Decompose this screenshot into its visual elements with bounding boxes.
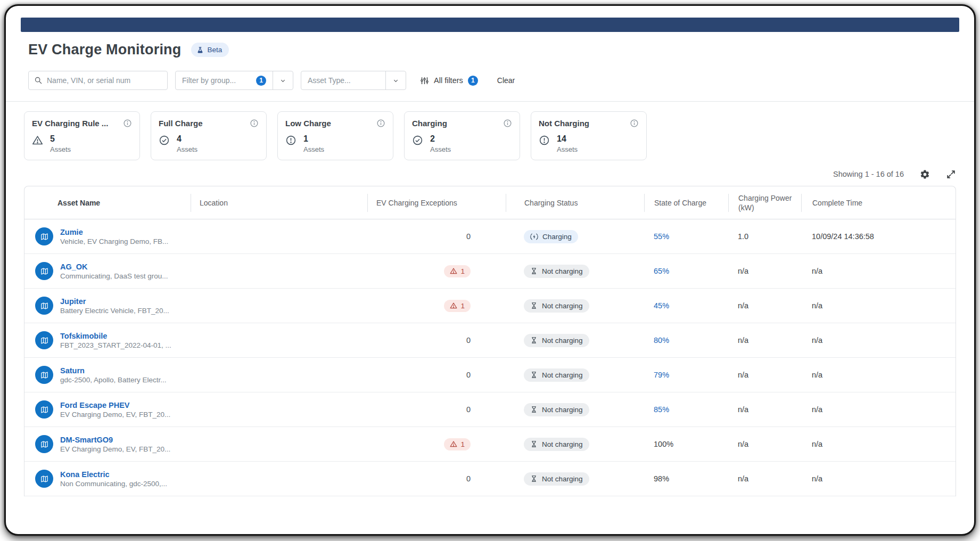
state-of-charge-value[interactable]: 79%	[654, 371, 669, 379]
chevron-down-icon	[279, 77, 286, 84]
asset-subtitle: Vehicle, EV Charging Demo, FB...	[60, 237, 168, 245]
summary-card-title: Full Charge	[159, 119, 203, 128]
chevron-down-icon	[392, 77, 399, 84]
group-select-toggle[interactable]	[273, 71, 293, 89]
info-icon[interactable]	[503, 119, 512, 128]
asset-name-link[interactable]: Zumie	[60, 228, 83, 236]
state-of-charge-value[interactable]: 100%	[654, 440, 673, 448]
map-icon	[40, 336, 49, 345]
summary-card-title: Not Charging	[539, 119, 589, 128]
map-icon	[40, 440, 49, 449]
table-row[interactable]: DM-SmartGO9 EV Charging Demo, EV, FBT_20…	[24, 427, 956, 462]
charging-status-label: Not charging	[542, 475, 583, 483]
search-input[interactable]	[47, 76, 162, 85]
section-divider	[6, 101, 974, 102]
asset-name-link[interactable]: Tofskimobile	[60, 332, 107, 340]
column-header-charging-status[interactable]: Charging Status	[506, 194, 644, 212]
exception-alert-badge[interactable]: 1	[444, 438, 471, 450]
table-header-row: Asset Name Location EV Charging Exceptio…	[24, 186, 956, 219]
warning-triangle-icon	[450, 302, 457, 309]
summary-card[interactable]: Not Charging 14 Assets	[531, 111, 647, 160]
asset-subtitle: Battery Electric Vehicle, FBT_20...	[60, 307, 169, 315]
summary-card-value: 5	[50, 134, 71, 144]
table-row[interactable]: Zumie Vehicle, EV Charging Demo, FB... 0…	[24, 219, 956, 254]
exceptions-count: 0	[466, 232, 471, 241]
group-filter-count-badge: 1	[256, 76, 266, 86]
asset-name-link[interactable]: Kona Electric	[60, 470, 110, 479]
asset-type-select[interactable]: Asset Type...	[301, 71, 406, 90]
column-header-asset-name[interactable]: Asset Name	[24, 194, 191, 212]
exceptions-cell: 1	[367, 300, 506, 312]
summary-card-unit: Assets	[557, 145, 578, 153]
beta-badge: Beta	[191, 43, 229, 57]
page-title: EV Charge Monitoring	[28, 42, 182, 58]
asset-avatar	[35, 400, 53, 419]
exception-alert-badge[interactable]: 1	[444, 300, 471, 312]
column-header-state-of-charge[interactable]: State of Charge	[644, 194, 728, 212]
summary-card-title: Charging	[412, 119, 447, 128]
charging-power-value: 1.0	[728, 232, 801, 241]
table-row[interactable]: AG_OK Communicating, DaaS test grou... 1…	[24, 254, 956, 289]
filter-by-group-placeholder: Filter by group...	[182, 76, 236, 85]
all-filters-button[interactable]: All filters 1	[420, 76, 478, 86]
column-header-charging-power[interactable]: Charging Power (kW)	[728, 194, 792, 212]
table-row[interactable]: Jupiter Battery Electric Vehicle, FBT_20…	[24, 289, 956, 323]
state-of-charge-value[interactable]: 45%	[654, 301, 669, 310]
hourglass-icon	[530, 302, 538, 309]
filter-by-group-select[interactable]: Filter by group... 1	[175, 71, 293, 90]
warning-triangle-icon	[450, 267, 457, 275]
exceptions-cell: 0	[367, 474, 506, 483]
complete-time-value: 10/09/24 14:36:58	[801, 232, 956, 241]
charging-status-chip: Not charging	[524, 299, 589, 313]
map-icon	[40, 301, 49, 310]
table-controls: Showing 1 - 16 of 16	[24, 163, 956, 185]
info-icon[interactable]	[250, 119, 259, 128]
exceptions-cell: 0	[367, 336, 506, 345]
summary-card-title: EV Charging Rule ...	[32, 119, 108, 128]
info-icon[interactable]	[630, 119, 639, 128]
table-row[interactable]: Tofskimobile FBT_2023_START_2022-04-01, …	[24, 323, 956, 358]
summary-card[interactable]: Low Charge 1 Assets	[277, 111, 393, 160]
clear-filters-button[interactable]: Clear	[497, 76, 515, 85]
table-row[interactable]: Ford Escape PHEV EV Charging Demo, EV, F…	[24, 392, 956, 427]
table-row[interactable]: Saturn gdc-2500, Apollo, Battery Electr.…	[24, 358, 956, 392]
asset-name-link[interactable]: Saturn	[60, 366, 85, 375]
summary-card-value: 1	[303, 134, 324, 144]
search-box[interactable]	[28, 71, 168, 90]
state-of-charge-value[interactable]: 55%	[654, 232, 669, 241]
gear-icon[interactable]	[920, 169, 930, 179]
expand-icon[interactable]	[946, 169, 956, 179]
asset-subtitle: EV Charging Demo, EV, FBT_20...	[60, 411, 170, 419]
column-header-complete-time[interactable]: Complete Time	[801, 194, 956, 212]
state-of-charge-value[interactable]: 65%	[654, 267, 669, 275]
charging-status-label: Not charging	[542, 371, 583, 379]
summary-card[interactable]: EV Charging Rule ... 5 Assets	[24, 111, 140, 160]
charging-status-chip: Not charging	[524, 334, 589, 347]
state-of-charge-value[interactable]: 98%	[654, 474, 669, 483]
info-icon[interactable]	[376, 119, 385, 128]
exceptions-count: 0	[466, 474, 471, 483]
hourglass-icon	[530, 475, 538, 482]
asset-name-link[interactable]: AG_OK	[60, 263, 88, 271]
summary-card-title: Low Charge	[285, 119, 331, 128]
exception-alert-badge[interactable]: 1	[444, 265, 471, 277]
exclamation-circle-icon	[285, 135, 297, 146]
top-navigation-bar	[21, 18, 959, 32]
state-of-charge-value[interactable]: 80%	[654, 336, 669, 345]
summary-card[interactable]: Charging 2 Assets	[404, 111, 520, 160]
state-of-charge-value[interactable]: 85%	[654, 405, 669, 414]
charging-power-value: n/a	[728, 440, 801, 448]
asset-name-link[interactable]: Ford Escape PHEV	[60, 401, 130, 409]
column-header-location[interactable]: Location	[191, 194, 367, 212]
info-icon[interactable]	[123, 119, 132, 128]
column-header-ev-charging-exceptions[interactable]: EV Charging Exceptions	[367, 194, 506, 212]
charging-power-value: n/a	[728, 267, 801, 275]
table-row[interactable]: Kona Electric Non Communicating, gdc-250…	[24, 462, 956, 496]
pagination-summary: Showing 1 - 16 of 16	[833, 170, 904, 178]
asset-name-link[interactable]: DM-SmartGO9	[60, 436, 113, 444]
asset-name-link[interactable]: Jupiter	[60, 297, 86, 306]
warning-triangle-icon	[450, 440, 457, 448]
asset-type-toggle[interactable]	[385, 71, 406, 89]
summary-card[interactable]: Full Charge 4 Assets	[151, 111, 267, 160]
charging-status-label: Not charging	[542, 267, 583, 275]
